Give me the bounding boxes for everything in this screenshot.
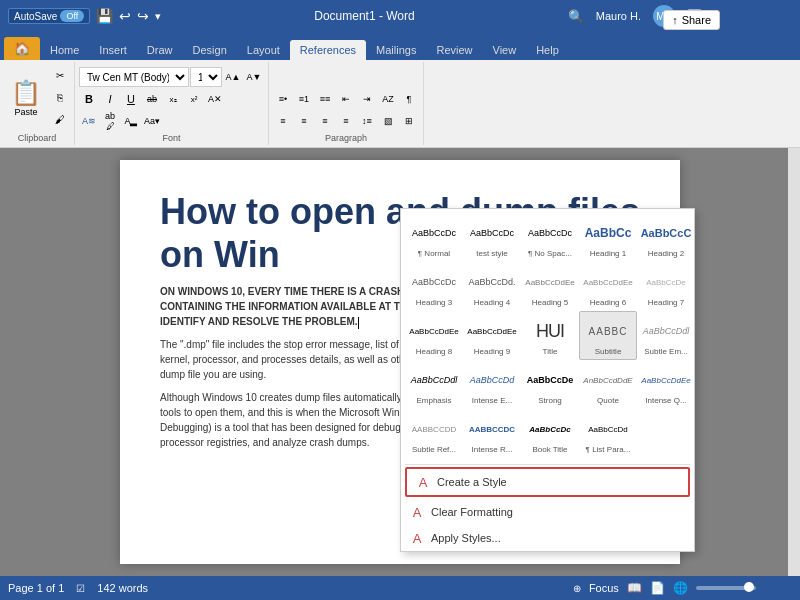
style-heading1-preview: AaBbCc	[582, 217, 634, 249]
document-scrollbar[interactable]	[788, 148, 800, 576]
clear-format-button[interactable]: A✕	[205, 89, 225, 109]
ribbon-group-paragraph: ≡• ≡1 ≡≡ ⇤ ⇥ AZ ¶ ≡ ≡ ≡ ≡ ↕≡ ▧ ⊞ Paragra…	[269, 62, 424, 145]
font-controls: Tw Cen MT (Body) 14 A▲ A▼ B I U ab x₂ x²…	[79, 67, 264, 131]
style-heading2-preview: AaBbCcC	[640, 217, 692, 249]
autosave-toggle[interactable]: Off	[60, 10, 84, 22]
style-intense-ref[interactable]: AaBbCcDc Intense R...	[463, 409, 521, 458]
redo-icon[interactable]: ↪	[137, 8, 149, 24]
style-heading5-preview: AaBbCcDdEe	[524, 266, 576, 298]
style-list-para[interactable]: AaBbCcDd ¶ List Para...	[579, 409, 637, 458]
style-heading7[interactable]: AaBbCcDe Heading 7	[637, 262, 695, 311]
increase-font-button[interactable]: A▲	[223, 67, 243, 87]
style-heading4-label: Heading 4	[466, 298, 518, 307]
tab-insert[interactable]: Insert	[89, 40, 137, 60]
style-heading8[interactable]: AaBbCcDdEe Heading 8	[405, 311, 463, 360]
read-mode-icon[interactable]: 📖	[627, 581, 642, 595]
style-heading6[interactable]: AaBbCcDdEe Heading 6	[579, 262, 637, 311]
tab-design[interactable]: Design	[183, 40, 237, 60]
style-normal[interactable]: AaBbCcDc ¶ Normal	[405, 213, 463, 262]
line-spacing-button[interactable]: ↕≡	[357, 111, 377, 131]
sort-button[interactable]: AZ	[378, 89, 398, 109]
justify-button[interactable]: ≡	[336, 111, 356, 131]
apply-styles-button[interactable]: A Apply Styles...	[401, 525, 694, 551]
style-intense-em[interactable]: AaBbCcDd Intense E...	[463, 360, 521, 409]
font-color-button[interactable]: A▂	[121, 111, 141, 131]
align-right-button[interactable]: ≡	[315, 111, 335, 131]
shading-button[interactable]: ▧	[378, 111, 398, 131]
tab-file[interactable]: 🏠	[4, 37, 40, 60]
superscript-button[interactable]: x²	[184, 89, 204, 109]
style-emphasis[interactable]: AaBbCcDdl Emphasis	[405, 360, 463, 409]
print-layout-icon[interactable]: 📄	[650, 581, 665, 595]
search-icon[interactable]: 🔍	[568, 9, 584, 24]
numbering-button[interactable]: ≡1	[294, 89, 314, 109]
style-test-preview: AaBbCcDc	[466, 217, 518, 249]
multilevel-button[interactable]: ≡≡	[315, 89, 335, 109]
tab-mailings[interactable]: Mailings	[366, 40, 426, 60]
share-button[interactable]: ↑ Share	[663, 10, 720, 30]
style-book-title[interactable]: AaBbCcDc Book Title	[521, 409, 579, 458]
paste-button[interactable]: 📋 Paste	[4, 70, 48, 126]
style-strong[interactable]: AaBbCcDe Strong	[521, 360, 579, 409]
customize-icon[interactable]: ▾	[155, 10, 161, 23]
style-heading5[interactable]: AaBbCcDdEe Heading 5	[521, 262, 579, 311]
style-heading4[interactable]: AaBbCcDd. Heading 4	[463, 262, 521, 311]
style-subtle-ref[interactable]: AaBbCcDd Subtle Ref...	[405, 409, 463, 458]
styles-panel: AaBbCcDc ¶ Normal AaBbCcDc test style Aa…	[400, 208, 695, 552]
style-no-spacing[interactable]: AaBbCcDc ¶ No Spac...	[521, 213, 579, 262]
save-icon[interactable]: 💾	[96, 8, 113, 24]
style-heading9[interactable]: AaBbCcDdEe Heading 9	[463, 311, 521, 360]
tab-view[interactable]: View	[483, 40, 527, 60]
tab-draw[interactable]: Draw	[137, 40, 183, 60]
style-heading3[interactable]: AaBbCcDc Heading 3	[405, 262, 463, 311]
font-size-selector[interactable]: 14	[190, 67, 222, 87]
bullets-button[interactable]: ≡•	[273, 89, 293, 109]
strikethrough-button[interactable]: ab	[142, 89, 162, 109]
underline-button[interactable]: U	[121, 89, 141, 109]
subscript-button[interactable]: x₂	[163, 89, 183, 109]
style-intense-ref-label: Intense R...	[466, 445, 518, 454]
borders-button[interactable]: ⊞	[399, 111, 419, 131]
style-heading5-label: Heading 5	[524, 298, 576, 307]
style-subtle-em-label: Subtle Em...	[640, 347, 692, 356]
style-subtitle[interactable]: AABBC Subtitle	[579, 311, 637, 360]
change-case-button[interactable]: Aa▾	[142, 111, 162, 131]
tab-review[interactable]: Review	[426, 40, 482, 60]
tab-home[interactable]: Home	[40, 40, 89, 60]
create-style-button[interactable]: A Create a Style	[405, 467, 690, 497]
show-hide-button[interactable]: ¶	[399, 89, 419, 109]
style-subtle-em[interactable]: AaBbCcDdl Subtle Em...	[637, 311, 695, 360]
style-intense-q[interactable]: AaBbCcDdEe Intense Q...	[637, 360, 695, 409]
autosave-button[interactable]: AutoSave Off	[8, 8, 90, 24]
style-test[interactable]: AaBbCcDc test style	[463, 213, 521, 262]
font-selector[interactable]: Tw Cen MT (Body)	[79, 67, 189, 87]
clear-formatting-icon: A	[409, 504, 425, 520]
copy-button[interactable]: ⎘	[50, 88, 70, 108]
style-heading1[interactable]: AaBbCc Heading 1	[579, 213, 637, 262]
tab-layout[interactable]: Layout	[237, 40, 290, 60]
zoom-slider[interactable]	[696, 586, 756, 590]
undo-icon[interactable]: ↩	[119, 8, 131, 24]
format-painter-button[interactable]: 🖌	[50, 110, 70, 130]
clear-formatting-button[interactable]: A Clear Formatting	[401, 499, 694, 525]
decrease-indent-button[interactable]: ⇤	[336, 89, 356, 109]
tab-help[interactable]: Help	[526, 40, 569, 60]
highlight-button[interactable]: ab🖊	[100, 111, 120, 131]
cut-button[interactable]: ✂	[50, 66, 70, 86]
bold-button[interactable]: B	[79, 89, 99, 109]
tab-references[interactable]: References	[290, 40, 366, 60]
style-title[interactable]: HUI Title	[521, 311, 579, 360]
align-left-button[interactable]: ≡	[273, 111, 293, 131]
style-normal-label: ¶ Normal	[408, 249, 460, 258]
decrease-font-button[interactable]: A▼	[244, 67, 264, 87]
style-quote[interactable]: AnBbCcdDdE Quote	[579, 360, 637, 409]
style-heading2[interactable]: AaBbCcC Heading 2	[637, 213, 695, 262]
style-heading2-label: Heading 2	[640, 249, 692, 258]
italic-button[interactable]: I	[100, 89, 120, 109]
web-layout-icon[interactable]: 🌐	[673, 581, 688, 595]
font-row3: A≋ ab🖊 A▂ Aa▾	[79, 111, 264, 131]
align-center-button[interactable]: ≡	[294, 111, 314, 131]
document-area: How to open and dump files on Win ON WIN…	[0, 148, 800, 576]
text-effect-button[interactable]: A≋	[79, 111, 99, 131]
increase-indent-button[interactable]: ⇥	[357, 89, 377, 109]
